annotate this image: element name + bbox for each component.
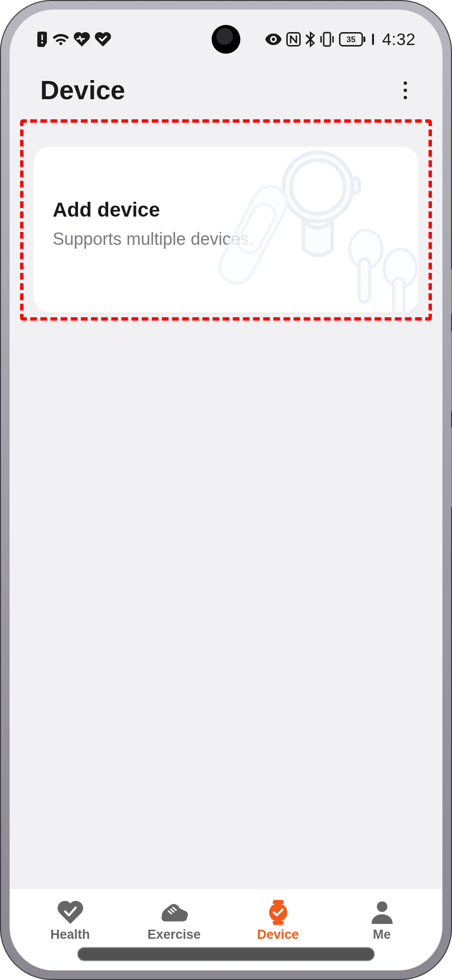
svg-point-1 bbox=[41, 42, 43, 44]
nfc-icon bbox=[286, 32, 301, 46]
more-menu-button[interactable] bbox=[395, 80, 416, 101]
status-right-icons: 35 4:32 bbox=[265, 30, 416, 49]
heart-rate-icon bbox=[74, 32, 90, 46]
header: Device bbox=[10, 55, 442, 117]
svg-point-20 bbox=[377, 901, 387, 912]
nav-label: Me bbox=[373, 927, 391, 942]
heart-icon bbox=[56, 900, 84, 924]
nav-label: Device bbox=[257, 927, 299, 942]
watch-icon bbox=[264, 900, 292, 924]
wifi-icon bbox=[53, 33, 69, 46]
svg-rect-0 bbox=[42, 35, 43, 40]
bluetooth-icon bbox=[305, 31, 315, 47]
devices-illustration-icon bbox=[213, 147, 418, 312]
status-time: 4:32 bbox=[382, 30, 416, 49]
kebab-dot-icon bbox=[404, 96, 407, 99]
kebab-dot-icon bbox=[404, 81, 407, 85]
nav-label: Exercise bbox=[147, 927, 201, 942]
svg-rect-12 bbox=[352, 178, 359, 193]
nav-health[interactable]: Health bbox=[18, 900, 122, 942]
svg-rect-5 bbox=[320, 36, 322, 43]
home-indicator bbox=[78, 947, 374, 961]
person-icon bbox=[368, 900, 396, 924]
shoe-icon bbox=[160, 900, 188, 924]
svg-rect-8 bbox=[363, 36, 365, 42]
svg-rect-9 bbox=[372, 34, 374, 45]
vibrate-icon bbox=[320, 32, 334, 47]
nav-device[interactable]: Device bbox=[226, 900, 330, 942]
svg-point-2 bbox=[271, 38, 275, 41]
page-title: Device bbox=[40, 75, 125, 105]
nav-label: Health bbox=[50, 927, 90, 942]
content-area: Add device Supports multiple devices. bbox=[10, 117, 442, 889]
heart-check-icon bbox=[95, 32, 111, 46]
nav-exercise[interactable]: Exercise bbox=[122, 900, 226, 942]
battery-charge-icon bbox=[371, 32, 375, 46]
svg-rect-16 bbox=[359, 259, 370, 302]
front-camera bbox=[212, 25, 240, 54]
battery-text: 35 bbox=[346, 35, 355, 44]
battery-icon: 35 bbox=[339, 32, 366, 46]
kebab-dot-icon bbox=[404, 89, 407, 92]
screen: 35 4:32 Device bbox=[10, 10, 442, 970]
add-device-card[interactable]: Add device Supports multiple devices. bbox=[34, 147, 418, 312]
svg-rect-18 bbox=[394, 278, 404, 312]
phone-frame: 35 4:32 Device bbox=[0, 0, 452, 980]
status-left-icons bbox=[36, 32, 111, 47]
nav-me[interactable]: Me bbox=[330, 900, 434, 942]
svg-rect-6 bbox=[332, 36, 334, 43]
sim-alert-icon bbox=[36, 32, 48, 47]
svg-point-11 bbox=[291, 160, 345, 214]
svg-rect-4 bbox=[324, 33, 330, 46]
eye-icon bbox=[265, 34, 282, 45]
